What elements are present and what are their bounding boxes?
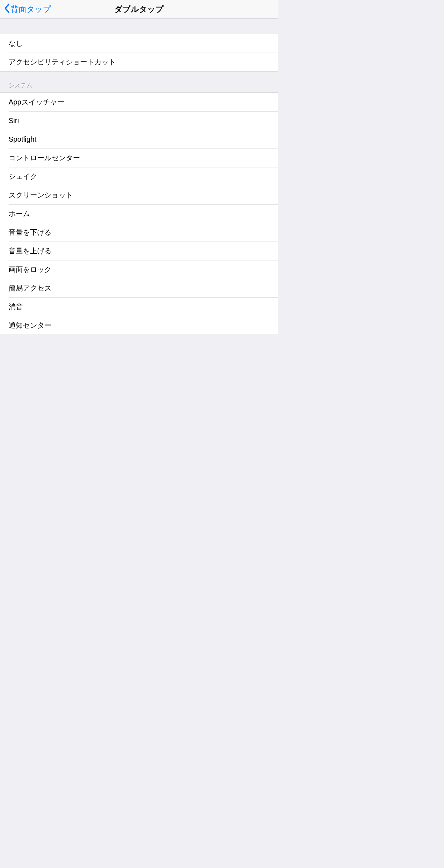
option-label: 音量を上げる (9, 246, 51, 256)
option-home[interactable]: ホーム (0, 204, 278, 223)
option-lock-screen[interactable]: 画面をロック (0, 260, 278, 279)
option-spotlight[interactable]: Spotlight (0, 130, 278, 148)
option-volume-down[interactable]: 音量を下げる (0, 223, 278, 242)
back-label: 背面タップ (11, 4, 51, 15)
option-list-system: Appスイッチャー Siri Spotlight コントロールセンター シェイク… (0, 92, 278, 335)
option-label: シェイク (9, 172, 37, 181)
back-button[interactable]: 背面タップ (0, 3, 51, 15)
option-siri[interactable]: Siri (0, 111, 278, 130)
option-label: ホーム (9, 209, 30, 219)
section-spacer (0, 19, 278, 34)
option-label: コントロールセンター (9, 153, 80, 163)
section-header-system: システム (0, 72, 278, 92)
nav-bar: 背面タップ ダブルタップ (0, 0, 278, 19)
option-notification-center[interactable]: 通知センター (0, 316, 278, 335)
option-label: Spotlight (9, 135, 36, 143)
option-accessibility-shortcut[interactable]: アクセシビリティショートカット (0, 53, 278, 71)
option-shake[interactable]: シェイク (0, 167, 278, 186)
option-none[interactable]: なし (0, 34, 278, 53)
option-label: スクリーンショット (9, 190, 73, 200)
option-list: なし アクセシビリティショートカット (0, 34, 278, 72)
option-screenshot[interactable]: スクリーンショット (0, 186, 278, 204)
option-label: なし (9, 39, 23, 48)
option-mute[interactable]: 消音 (0, 297, 278, 316)
option-volume-up[interactable]: 音量を上げる (0, 242, 278, 260)
option-reachability[interactable]: 簡易アクセス (0, 279, 278, 297)
option-label: Siri (9, 117, 19, 125)
section-spacer (0, 335, 278, 346)
option-label: 消音 (9, 302, 23, 312)
option-label: 簡易アクセス (9, 283, 51, 293)
section-header-label: システム (9, 82, 32, 89)
chevron-left-icon (4, 3, 10, 15)
option-label: 音量を下げる (9, 228, 51, 237)
option-label: 通知センター (9, 321, 51, 330)
option-app-switcher[interactable]: Appスイッチャー (0, 93, 278, 111)
option-control-center[interactable]: コントロールセンター (0, 148, 278, 167)
option-label: Appスイッチャー (9, 97, 64, 107)
option-label: アクセシビリティショートカット (9, 57, 116, 67)
option-label: 画面をロック (9, 265, 51, 274)
